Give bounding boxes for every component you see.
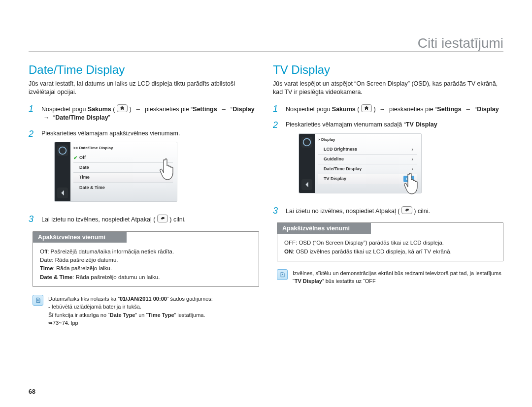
section-title-right: TV Display (273, 63, 503, 77)
side-back-icon (57, 188, 68, 198)
steps-right: 1 Nospiediet pogu Sākums ( ) → pieskarie… (273, 104, 503, 216)
submenu-box-right: Apakšizvēlnes vienumi OFF: OSD (“On Scre… (277, 222, 503, 261)
note-text: Izvēlnes, sīktēlu un demonstrācijas ekrā… (293, 269, 503, 285)
submenu-box-left: Apakšizvēlnes vienumi Off: Pašreizējā da… (33, 231, 259, 287)
note-right: Izvēlnes, sīktēlu un demonstrācijas ekrā… (277, 269, 503, 285)
svg-point-1 (303, 138, 311, 146)
page: Citi iestatījumi Date/Time Display Jūs v… (0, 0, 532, 407)
list-item[interactable]: Date & Time (73, 183, 173, 192)
list-item[interactable]: Guideline› (318, 155, 417, 164)
section-title-left: Date/Time Display (29, 63, 259, 77)
step-text: Lai izietu no izvēlnes, nospiediet Atpak… (41, 215, 259, 224)
step-number: 2 (29, 129, 36, 208)
columns: Date/Time Display Jūs varat iestatīt, la… (29, 63, 503, 327)
step-number: 1 (273, 104, 281, 114)
list-item[interactable]: LCD Brightness› (318, 145, 417, 155)
hand-pointer-icon (158, 155, 180, 184)
right-column: TV Display Jūs varat iespējot un atspējo… (273, 63, 503, 327)
info-icon (277, 269, 288, 280)
breadcrumb: > Display (318, 137, 335, 142)
submenu-title: Apakšizvēlnes vienumi (277, 223, 371, 234)
step-2: 2 Pieskarieties vēlamajam vienumam sadaļ… (273, 121, 503, 199)
note-text: Datums/laiks tiks nolasīts kā “01/JAN/20… (48, 295, 213, 327)
intro-left: Jūs varat iestatīt, lai datums un laiks … (29, 80, 259, 96)
step-text: Nospiediet pogu Sākums ( ) → pieskarieti… (286, 104, 503, 114)
step-text: Lai izietu no izvēlnes, nospiediet Atpak… (286, 206, 503, 216)
note-left: Datums/laiks tiks nolasīts kā “01/JAN/20… (33, 295, 259, 327)
breadcrumb: >> Date/Time Display (73, 145, 113, 151)
step-text: Pieskarieties vēlamajam vienumam sadaļā … (286, 121, 503, 199)
lcd-screenshot-right: > Display LCD Brightness› Guideline› Dat… (299, 133, 422, 193)
side-back-icon (301, 179, 312, 190)
header-title: Citi iestatījumi (418, 35, 503, 51)
lcd-screenshot-left: >> Date/Time Display ✔Off Date Time Date… (54, 142, 177, 202)
submenu-body: OFF: OSD (“On Screen Display”) parādās t… (277, 234, 503, 261)
step-3: 3 Lai izietu no izvēlnes, nospiediet Atp… (29, 215, 259, 224)
step-2: 2 Pieskarieties vēlamajam apakšizvēlnes … (29, 129, 259, 208)
submenu-title: Apakšizvēlnes vienumi (33, 232, 127, 243)
back-icon (401, 206, 412, 214)
info-icon (33, 295, 43, 306)
side-mode-icon (57, 145, 68, 156)
page-number: 68 (29, 388, 35, 395)
step-text: Nospiediet pogu Sākums ( ) → pieskarieti… (41, 104, 259, 123)
step-text: Pieskarieties vēlamajam apakšizvēlnes vi… (41, 129, 259, 208)
step-number: 3 (273, 206, 281, 216)
side-mode-icon (301, 137, 312, 148)
step-1: 1 Nospiediet pogu Sākums ( ) → pieskarie… (273, 104, 503, 114)
step-3: 3 Lai izietu no izvēlnes, nospiediet Atp… (273, 206, 503, 216)
step-number: 3 (29, 215, 36, 224)
header-rule (29, 51, 503, 52)
step-number: 1 (29, 104, 36, 123)
svg-point-0 (59, 147, 66, 155)
steps-left: 1 Nospiediet pogu Sākums ( ) → pieskarie… (29, 104, 259, 224)
back-icon (157, 215, 168, 222)
left-column: Date/Time Display Jūs varat iestatīt, la… (29, 63, 259, 327)
step-1: 1 Nospiediet pogu Sākums ( ) → pieskarie… (29, 104, 259, 123)
intro-right: Jūs varat iespējot un atspējot “On Scree… (273, 80, 503, 96)
submenu-body: Off: Pašreizējā datuma/laika informācija… (33, 243, 259, 286)
home-icon (117, 104, 128, 112)
step-number: 2 (273, 121, 281, 199)
hand-pointer-icon (402, 169, 424, 198)
home-icon (361, 104, 372, 112)
